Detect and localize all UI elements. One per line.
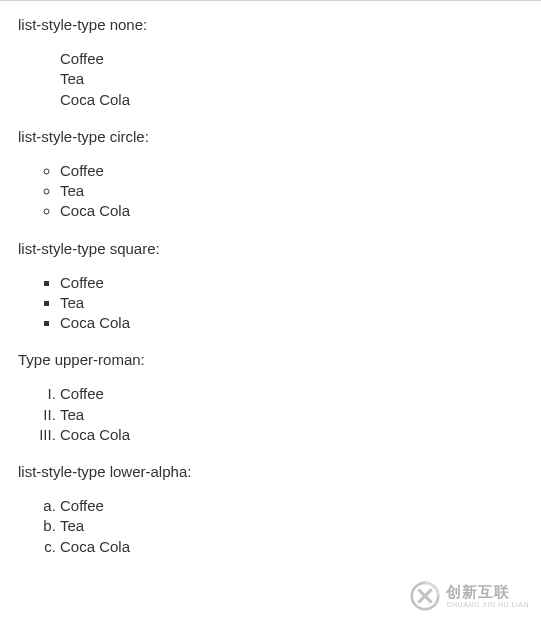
list-item: Tea [60, 69, 523, 89]
list-upper-roman: Coffee Tea Coca Cola [18, 384, 523, 445]
watermark-text: 创新互联 CHUANG XIN HU LIAN [446, 584, 529, 608]
list-item: Coffee [60, 49, 523, 69]
list-item: Coffee [60, 496, 523, 516]
section-label-square: list-style-type square: [18, 240, 523, 257]
watermark: 创新互联 CHUANG XIN HU LIAN [404, 577, 535, 615]
watermark-cn: 创新互联 [446, 584, 529, 599]
list-square: Coffee Tea Coca Cola [18, 273, 523, 334]
list-item: Tea [60, 405, 523, 425]
list-lower-alpha: Coffee Tea Coca Cola [18, 496, 523, 557]
list-item: Coffee [60, 273, 523, 293]
list-item: Tea [60, 293, 523, 313]
list-item: Coca Cola [60, 313, 523, 333]
list-item: Coca Cola [60, 201, 523, 221]
section-label-upper-roman: Type upper-roman: [18, 351, 523, 368]
list-item: Coffee [60, 161, 523, 181]
watermark-en: CHUANG XIN HU LIAN [446, 601, 529, 608]
section-label-circle: list-style-type circle: [18, 128, 523, 145]
top-divider [0, 0, 541, 1]
list-item: Tea [60, 181, 523, 201]
list-circle: Coffee Tea Coca Cola [18, 161, 523, 222]
section-label-none: list-style-type none: [18, 16, 523, 33]
list-item: Tea [60, 516, 523, 536]
list-item: Coca Cola [60, 537, 523, 557]
list-item: Coca Cola [60, 90, 523, 110]
list-item: Coffee [60, 384, 523, 404]
list-none: Coffee Tea Coca Cola [18, 49, 523, 110]
section-label-lower-alpha: list-style-type lower-alpha: [18, 463, 523, 480]
logo-icon [410, 581, 440, 611]
list-item: Coca Cola [60, 425, 523, 445]
